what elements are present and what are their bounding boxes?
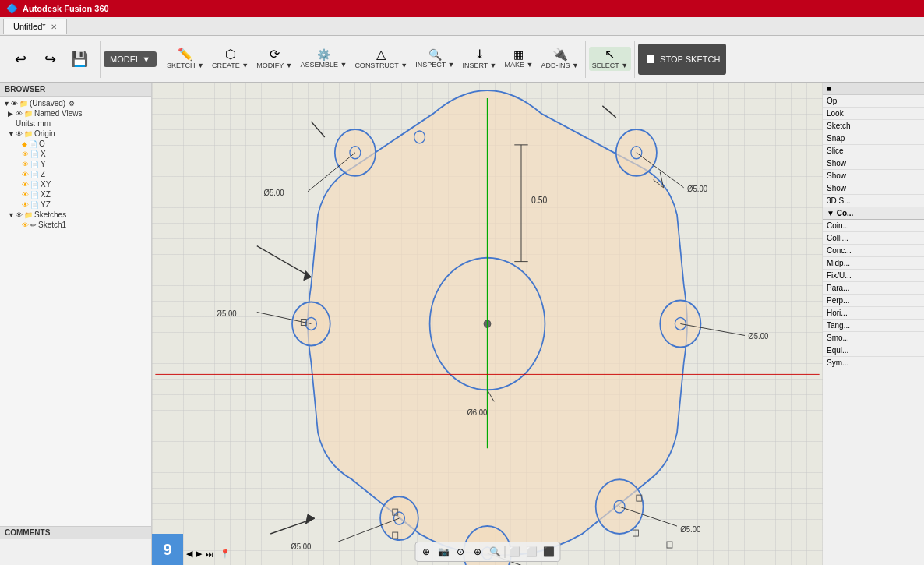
svg-point-4 <box>380 496 418 540</box>
stop-sketch-button[interactable]: ⏹ STOP SKETCH <box>638 44 726 75</box>
svg-rect-49 <box>393 532 398 539</box>
display-mode-3-button[interactable]: ⬛ <box>541 544 556 560</box>
panel-item-perpendicular[interactable]: Perp... <box>823 295 924 307</box>
browser-item-sketches[interactable]: ▼ 👁 📁 Sketches <box>2 210 150 220</box>
panel-item-parallel[interactable]: Para... <box>823 282 924 295</box>
save-button[interactable]: 💾 <box>65 51 93 68</box>
svg-point-14 <box>414 131 425 143</box>
inspect-button[interactable]: 🔍 INSPECT ▼ <box>412 48 457 70</box>
panel-toggle-icon[interactable]: ■ <box>823 83 924 95</box>
svg-point-6 <box>335 129 376 176</box>
display-mode-2-button[interactable]: ⬜ <box>524 544 539 560</box>
model-dropdown[interactable]: MODEL ▼ <box>104 51 157 67</box>
undo-button[interactable]: ↩ <box>6 51 34 68</box>
modify-label: MODIFY ▼ <box>256 62 292 69</box>
constraints-section-header[interactable]: ▼ Co... <box>823 207 924 220</box>
panel-item-show1[interactable]: Show <box>823 157 924 170</box>
redo-button[interactable]: ↪ <box>36 51 64 68</box>
svg-line-25 <box>308 153 355 192</box>
panel-item-show3[interactable]: Show <box>823 182 924 195</box>
panel-item-tangent[interactable]: Tang... <box>823 320 924 332</box>
eye-icon-xy: 👁 <box>22 181 29 189</box>
browser-item-y[interactable]: 👁 📄 Y <box>2 159 150 169</box>
panel-item-sketch-options[interactable]: Sketch <box>823 120 924 132</box>
browser-item-label-origin: Origin <box>34 129 55 138</box>
insert-icon: ⤓ <box>474 48 485 61</box>
undo-icon: ↩ <box>15 52 26 66</box>
browser-item-root[interactable]: ▼ 👁 📁 (Unsaved) ⚙ <box>2 98 150 108</box>
toolbar-separator-2 <box>160 41 160 78</box>
addins-button[interactable]: 🔌 ADD-INS ▼ <box>538 47 581 71</box>
bottom-toolbar: ⊕ 📷 ⊙ ⊕ 🔍 ⬜ ⬜ ⬛ <box>414 542 560 562</box>
toolbar-separator-3 <box>585 41 586 78</box>
redo-icon: ↪ <box>44 52 56 66</box>
doc-icon-yz: 📄 <box>30 201 39 209</box>
comments-area: COMMENTS <box>0 526 151 565</box>
svg-point-2 <box>596 479 644 534</box>
zoom-button[interactable]: 🔍 <box>487 544 503 560</box>
panel-item-symmetry[interactable]: Sym... <box>823 357 924 369</box>
modify-button[interactable]: ⟳ MODIFY ▼ <box>253 47 295 71</box>
sketch-button[interactable]: ✏️ SKETCH ▼ <box>164 47 207 71</box>
document-tab[interactable]: Untitled* ✕ <box>3 19 67 34</box>
bottom-separator <box>504 546 505 558</box>
panel-item-coincident[interactable]: Coin... <box>823 220 924 232</box>
tab-close-button[interactable]: ✕ <box>51 23 57 31</box>
browser-item-namedviews[interactable]: ▶ 👁 📁 Named Views <box>2 108 150 118</box>
camera-button[interactable]: 📷 <box>436 544 451 560</box>
browser-item-label-xz: XZ <box>41 190 51 199</box>
create-button[interactable]: ⬡ CREATE ▼ <box>209 47 252 71</box>
browser-panel: BROWSER ▼ 👁 📁 (Unsaved) ⚙ ▶ 👁 📁 Named Vi… <box>0 83 152 565</box>
svg-marker-53 <box>305 514 314 524</box>
constraints-chevron-icon: ▼ <box>827 209 834 217</box>
browser-item-x[interactable]: 👁 📄 X <box>2 149 150 159</box>
timeline-next-button[interactable]: ▶ <box>196 549 202 559</box>
timeline-snap-icon: 📍 <box>220 549 231 559</box>
panel-item-equal[interactable]: Equi... <box>823 344 924 357</box>
display-mode-1-button[interactable]: ⬜ <box>506 544 522 560</box>
browser-item-z[interactable]: 👁 📄 Z <box>2 169 150 179</box>
canvas-area[interactable]: 0.50 Ø5.00 Ø5.00 Ø5.00 Ø5.00 Ø6.00 <box>152 83 823 565</box>
inspect-icon: 🔍 <box>428 49 442 60</box>
svg-point-15 <box>430 258 545 390</box>
svg-text:Ø5.00: Ø5.00 <box>217 309 237 318</box>
make-button[interactable]: ▦ MAKE ▼ <box>501 48 536 70</box>
panel-item-fixed[interactable]: Fix/U... <box>823 270 924 282</box>
eye-icon-root: 👁 <box>11 100 18 108</box>
eye-icon-z: 👁 <box>22 171 29 178</box>
orbit-button[interactable]: ⊙ <box>453 544 468 560</box>
panel-item-collinear[interactable]: Colli... <box>823 232 924 245</box>
panel-item-concentric[interactable]: Conc... <box>823 245 924 257</box>
browser-item-yz[interactable]: 👁 📄 YZ <box>2 200 150 210</box>
inspect-label: INSPECT ▼ <box>415 61 454 69</box>
assemble-button[interactable]: ⚙️ ASSEMBLE ▼ <box>297 48 350 70</box>
tree-toggle-sketches: ▼ <box>8 211 14 219</box>
modify-icon: ⟳ <box>270 48 280 61</box>
construct-button[interactable]: △ CONSTRUCT ▼ <box>351 47 411 71</box>
panel-item-midpoint[interactable]: Midp... <box>823 257 924 270</box>
view-home-button[interactable]: ⊕ <box>418 544 434 560</box>
panel-item-3ds[interactable]: 3D S... <box>823 195 924 207</box>
panel-item-slice[interactable]: Slice <box>823 145 924 157</box>
select-button[interactable]: ↖ SELECT ▼ <box>589 47 631 71</box>
timeline-prev-button[interactable]: ◀ <box>186 549 192 559</box>
svg-text:Ø5.00: Ø5.00 <box>687 184 707 193</box>
doc-icon-z: 📄 <box>30 171 39 178</box>
svg-text:Ø5.00: Ø5.00 <box>680 524 700 534</box>
zoom-fit-button[interactable]: ⊕ <box>470 544 485 560</box>
panel-item-options[interactable]: Op <box>823 95 924 108</box>
select-label: SELECT ▼ <box>592 62 628 69</box>
panel-item-snap[interactable]: Snap <box>823 132 924 145</box>
doc-icon-xz: 📄 <box>30 191 39 199</box>
panel-item-show2[interactable]: Show <box>823 170 924 182</box>
browser-item-origin[interactable]: ▼ 👁 📁 Origin <box>2 129 150 139</box>
browser-item-xz[interactable]: 👁 📄 XZ <box>2 189 150 200</box>
timeline-end-button[interactable]: ⏭ <box>205 549 213 559</box>
panel-item-smooth[interactable]: Smo... <box>823 332 924 344</box>
browser-item-units[interactable]: Units: mm <box>2 118 150 129</box>
browser-item-o[interactable]: ◆ 📄 O <box>2 139 150 149</box>
browser-item-xy[interactable]: 👁 📄 XY <box>2 179 150 189</box>
browser-item-sketch1[interactable]: 👁 ✏ Sketch1 <box>2 220 150 230</box>
insert-button[interactable]: ⤓ INSERT ▼ <box>459 47 499 71</box>
panel-item-horizontal[interactable]: Hori... <box>823 307 924 320</box>
